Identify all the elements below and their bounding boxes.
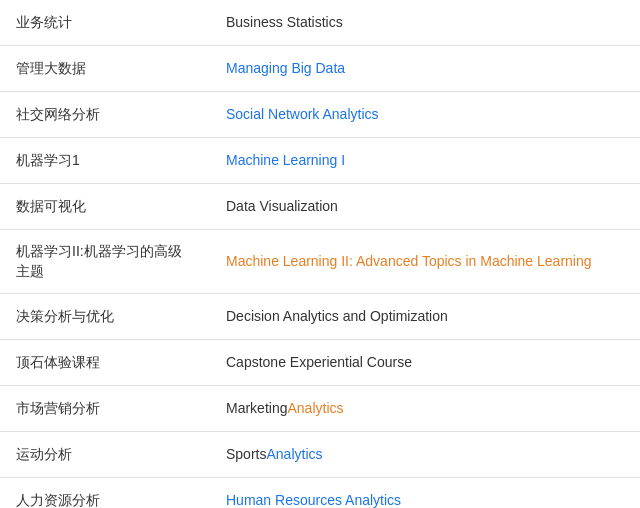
- course-text: Sports: [226, 445, 266, 465]
- english-label: Managing Big Data: [210, 46, 640, 91]
- course-link[interactable]: Analytics: [266, 445, 322, 465]
- chinese-label: 社交网络分析: [0, 92, 210, 137]
- table-row: 决策分析与优化 Decision Analytics and Optimizat…: [0, 294, 640, 340]
- table-row: 运动分析 Sports Analytics: [0, 432, 640, 478]
- table-row: 顶石体验课程 Capstone Experiential Course: [0, 340, 640, 386]
- table-row: 机器学习1 Machine Learning I: [0, 138, 640, 184]
- course-text: Marketing: [226, 399, 287, 419]
- chinese-label: 运动分析: [0, 432, 210, 477]
- table-row: 人力资源分析 Human Resources Analytics: [0, 478, 640, 508]
- chinese-label: 机器学习II:机器学习的高级主题: [0, 230, 210, 293]
- english-label: Decision Analytics and Optimization: [210, 294, 640, 339]
- chinese-label: 人力资源分析: [0, 478, 210, 508]
- table-row: 数据可视化 Data Visualization: [0, 184, 640, 230]
- english-label: Human Resources Analytics: [210, 478, 640, 508]
- course-table: 业务统计 Business Statistics 管理大数据 Managing …: [0, 0, 640, 508]
- english-label: Social Network Analytics: [210, 92, 640, 137]
- chinese-label: 市场营销分析: [0, 386, 210, 431]
- english-label: Marketing Analytics: [210, 386, 640, 431]
- chinese-label: 数据可视化: [0, 184, 210, 229]
- course-link[interactable]: Human Resources Analytics: [226, 491, 401, 508]
- table-row: 市场营销分析 Marketing Analytics: [0, 386, 640, 432]
- chinese-label: 业务统计: [0, 0, 210, 45]
- english-label: Business Statistics: [210, 0, 640, 45]
- course-link[interactable]: Analytics: [287, 399, 343, 419]
- table-row: 管理大数据 Managing Big Data: [0, 46, 640, 92]
- table-row: 机器学习II:机器学习的高级主题 Machine Learning II: Ad…: [0, 230, 640, 294]
- course-link[interactable]: Social Network Analytics: [226, 105, 379, 125]
- english-label: Sports Analytics: [210, 432, 640, 477]
- table-row: 业务统计 Business Statistics: [0, 0, 640, 46]
- english-label: Data Visualization: [210, 184, 640, 229]
- chinese-label: 管理大数据: [0, 46, 210, 91]
- course-link[interactable]: Managing Big Data: [226, 59, 345, 79]
- chinese-label: 决策分析与优化: [0, 294, 210, 339]
- table-row: 社交网络分析 Social Network Analytics: [0, 92, 640, 138]
- course-link[interactable]: Machine Learning I: [226, 151, 345, 171]
- english-label: Machine Learning I: [210, 138, 640, 183]
- english-label: Capstone Experiential Course: [210, 340, 640, 385]
- chinese-label: 机器学习1: [0, 138, 210, 183]
- chinese-label: 顶石体验课程: [0, 340, 210, 385]
- english-label: Machine Learning II: Advanced Topics in …: [210, 230, 640, 293]
- course-link[interactable]: Machine Learning II: Advanced Topics in …: [226, 252, 592, 272]
